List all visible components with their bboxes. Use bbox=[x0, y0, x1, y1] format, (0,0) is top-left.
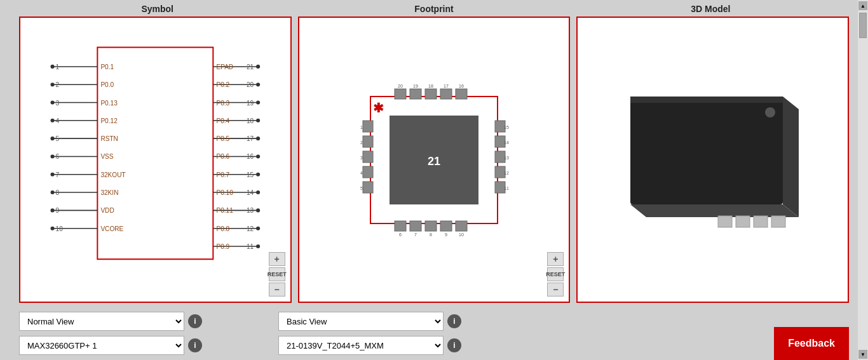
symbol-part-info[interactable]: i bbox=[188, 338, 202, 352]
svg-point-10 bbox=[51, 100, 55, 104]
svg-text:VCORE: VCORE bbox=[100, 225, 123, 232]
svg-rect-100 bbox=[363, 151, 373, 163]
svg-point-70 bbox=[256, 190, 260, 194]
svg-point-6 bbox=[51, 83, 55, 86]
svg-text:P0.3: P0.3 bbox=[216, 100, 229, 107]
svg-text:32KOUT: 32KOUT bbox=[100, 171, 125, 178]
svg-text:P0.11: P0.11 bbox=[216, 207, 233, 214]
footprint-part-dropdown[interactable]: 21-0139V_T2044+5_MXM bbox=[278, 336, 444, 355]
footprint-panel: 21 bbox=[298, 17, 571, 303]
svg-point-42 bbox=[256, 65, 260, 69]
svg-point-38 bbox=[51, 227, 55, 230]
svg-text:21: 21 bbox=[428, 155, 440, 168]
footprint-header: Footprint bbox=[295, 4, 572, 14]
svg-text:14: 14 bbox=[247, 189, 254, 196]
svg-marker-132 bbox=[630, 204, 799, 217]
symbol-panel: 1 P0.1 2 P0.0 3 P0.13 4 P0.1 bbox=[19, 17, 292, 303]
scroll-up[interactable]: ▲ bbox=[858, 1, 867, 10]
svg-text:32KIN: 32KIN bbox=[100, 189, 118, 196]
svg-rect-136 bbox=[754, 216, 768, 227]
svg-text:6: 6 bbox=[56, 153, 60, 160]
footprint-reset[interactable]: RESET bbox=[547, 267, 564, 281]
svg-text:16: 16 bbox=[459, 84, 464, 88]
svg-point-82 bbox=[256, 244, 260, 248]
model3d-header: 3D Model bbox=[573, 4, 849, 14]
svg-point-30 bbox=[51, 190, 55, 194]
symbol-view-dropdown[interactable]: Normal View De Morgan View bbox=[19, 312, 184, 331]
svg-text:19: 19 bbox=[413, 84, 418, 88]
svg-text:✱: ✱ bbox=[373, 101, 384, 115]
svg-text:10: 10 bbox=[56, 225, 64, 232]
svg-text:VDD: VDD bbox=[100, 207, 114, 214]
symbol-zoom-out[interactable]: − bbox=[269, 283, 285, 297]
symbol-part-dropdown[interactable]: MAX32660GTP+ 1 bbox=[19, 336, 184, 355]
svg-rect-102 bbox=[363, 182, 373, 193]
feedback-button[interactable]: Feedback bbox=[774, 327, 849, 360]
svg-text:13: 13 bbox=[247, 207, 254, 214]
svg-point-26 bbox=[51, 173, 55, 177]
svg-text:7: 7 bbox=[414, 232, 417, 237]
svg-point-54 bbox=[256, 119, 260, 123]
svg-text:11: 11 bbox=[504, 186, 509, 190]
symbol-view-info[interactable]: i bbox=[188, 314, 202, 328]
svg-text:P0.2: P0.2 bbox=[216, 81, 229, 88]
svg-text:1: 1 bbox=[360, 125, 363, 130]
footprint-svg: 21 bbox=[345, 71, 523, 249]
footprint-zoom-out[interactable]: − bbox=[547, 283, 564, 297]
svg-text:1: 1 bbox=[56, 63, 60, 70]
svg-text:3: 3 bbox=[56, 100, 60, 107]
svg-rect-90 bbox=[425, 89, 437, 99]
svg-point-22 bbox=[51, 154, 55, 158]
svg-text:12: 12 bbox=[247, 225, 254, 232]
symbol-controls: + RESET − bbox=[269, 252, 285, 297]
svg-text:RSTN: RSTN bbox=[100, 135, 118, 142]
svg-text:P0.7: P0.7 bbox=[216, 171, 229, 178]
model3d-svg bbox=[611, 77, 815, 243]
svg-text:9: 9 bbox=[56, 207, 60, 214]
footprint-controls: + RESET − bbox=[547, 252, 564, 297]
svg-text:P0.8: P0.8 bbox=[216, 225, 229, 232]
svg-text:P0.10: P0.10 bbox=[216, 189, 233, 196]
footprint-zoom-in[interactable]: + bbox=[547, 252, 564, 266]
svg-text:2: 2 bbox=[360, 140, 363, 145]
svg-text:21: 21 bbox=[247, 63, 254, 70]
svg-text:13: 13 bbox=[504, 156, 509, 160]
footprint-view-row: Basic View Detailed View i bbox=[278, 312, 461, 331]
svg-text:18: 18 bbox=[247, 117, 254, 124]
footprint-part-info[interactable]: i bbox=[447, 338, 461, 352]
bottom-controls: Normal View De Morgan View i MAX32660GTP… bbox=[0, 307, 868, 360]
svg-text:P0.9: P0.9 bbox=[216, 243, 229, 250]
svg-text:19: 19 bbox=[247, 100, 254, 107]
svg-text:10: 10 bbox=[459, 232, 464, 237]
footprint-view-info[interactable]: i bbox=[447, 314, 461, 328]
svg-rect-134 bbox=[718, 216, 732, 227]
svg-rect-99 bbox=[363, 136, 373, 147]
scroll-thumb[interactable] bbox=[859, 13, 867, 38]
svg-rect-137 bbox=[771, 216, 785, 227]
symbol-part-row: MAX32660GTP+ 1 i bbox=[19, 336, 202, 355]
symbol-svg: 1 P0.1 2 P0.0 3 P0.13 4 P0.1 bbox=[20, 18, 290, 302]
svg-rect-98 bbox=[363, 121, 373, 132]
symbol-controls-group: Normal View De Morgan View i MAX32660GTP… bbox=[19, 312, 202, 355]
svg-text:EPAD: EPAD bbox=[216, 63, 233, 70]
svg-text:8: 8 bbox=[56, 189, 60, 196]
scrollbar[interactable]: ▲ ▼ bbox=[858, 0, 868, 360]
svg-rect-89 bbox=[410, 89, 421, 99]
svg-text:2: 2 bbox=[56, 81, 60, 88]
svg-point-58 bbox=[256, 137, 260, 140]
svg-text:16: 16 bbox=[247, 153, 254, 160]
svg-text:15: 15 bbox=[504, 125, 509, 130]
symbol-reset[interactable]: RESET bbox=[269, 267, 285, 281]
svg-text:14: 14 bbox=[504, 140, 509, 145]
svg-point-66 bbox=[256, 173, 260, 177]
svg-text:P0.5: P0.5 bbox=[216, 135, 229, 142]
symbol-zoom-in[interactable]: + bbox=[269, 252, 285, 266]
svg-text:VSS: VSS bbox=[100, 153, 113, 160]
svg-text:9: 9 bbox=[445, 232, 447, 237]
svg-text:P0.4: P0.4 bbox=[216, 117, 229, 124]
svg-point-14 bbox=[51, 119, 55, 123]
scroll-down[interactable]: ▼ bbox=[858, 350, 867, 359]
svg-point-78 bbox=[256, 227, 260, 230]
svg-rect-129 bbox=[630, 97, 783, 204]
footprint-view-dropdown[interactable]: Basic View Detailed View bbox=[278, 312, 444, 331]
